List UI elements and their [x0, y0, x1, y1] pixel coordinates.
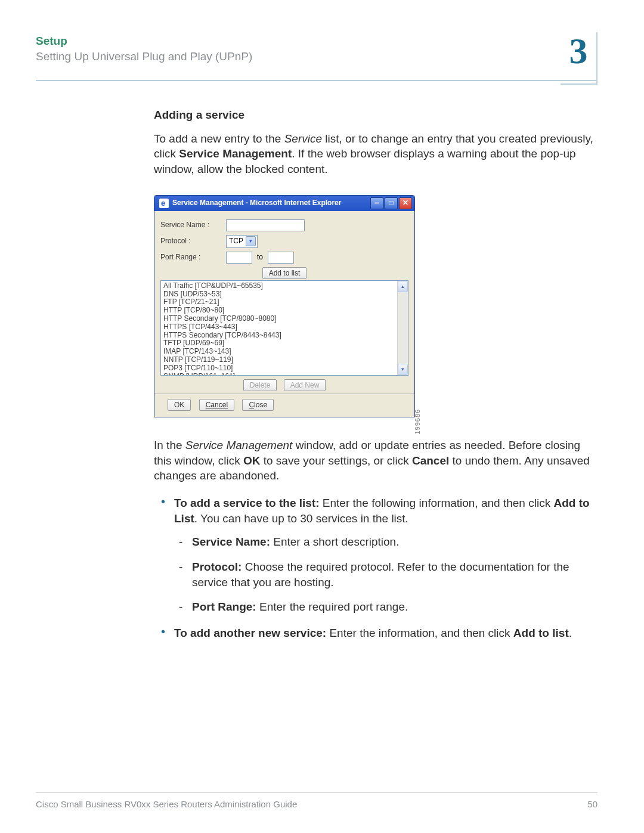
label-port-range: Port Range : — [160, 252, 226, 262]
dialog-separator — [154, 394, 414, 394]
close-lower-button[interactable]: Close — [242, 399, 274, 411]
add-to-list-button[interactable]: Add to list — [262, 267, 307, 279]
section-title: Setup — [36, 35, 252, 48]
list-item[interactable]: POP3 [TCP/110~110] — [163, 364, 395, 373]
add-new-button[interactable]: Add New — [284, 379, 326, 391]
cancel-button[interactable]: Cancel — [199, 399, 234, 411]
scroll-down-icon[interactable]: ▾ — [398, 364, 408, 375]
list-item[interactable]: NNTP [TCP/119~119] — [163, 356, 395, 364]
scroll-track[interactable] — [398, 292, 408, 364]
header-rule — [36, 80, 597, 81]
subbullet-service-name: Service Name: Enter a short description. — [192, 534, 597, 550]
ok-button[interactable]: OK — [168, 399, 191, 411]
minimize-button[interactable]: ‒ — [370, 197, 383, 209]
footer-rule — [36, 792, 597, 793]
chapter-number-box: 3 — [561, 32, 597, 85]
list-item[interactable]: HTTP [TCP/80~80] — [163, 306, 395, 315]
scrollbar[interactable]: ▴ ▾ — [397, 281, 408, 375]
section-subtitle: Setting Up Universal Plug and Play (UPnP… — [36, 50, 252, 63]
list-item[interactable]: TFTP [UDP/69~69] — [163, 339, 395, 348]
ie-icon — [159, 199, 169, 208]
service-list-panel: All Traffic [TCP&UDP/1~65535] DNS [UDP/5… — [160, 280, 408, 376]
chevron-down-icon[interactable]: ▾ — [246, 236, 256, 246]
label-service-name: Service Name : — [160, 220, 226, 230]
bullet-add-service: To add a service to the list: Enter the … — [174, 496, 597, 615]
label-to: to — [257, 252, 263, 262]
dialog-titlebar[interactable]: Service Management - Microsoft Internet … — [154, 196, 414, 211]
list-item[interactable]: HTTP Secondary [TCP/8080~8080] — [163, 315, 395, 323]
heading-adding-service: Adding a service — [154, 107, 597, 123]
input-port-from[interactable] — [226, 252, 252, 264]
label-protocol: Protocol : — [160, 236, 226, 246]
select-protocol[interactable]: TCP ▾ — [226, 235, 258, 248]
subbullet-port-range: Port Range: Enter the required port rang… — [192, 599, 597, 615]
paragraph-2: In the Service Management window, add or… — [154, 438, 597, 484]
list-item[interactable]: IMAP [TCP/143~143] — [163, 348, 395, 356]
input-service-name[interactable] — [226, 219, 305, 231]
list-item[interactable]: FTP [TCP/21~21] — [163, 298, 395, 306]
list-item[interactable]: DNS [UDP/53~53] — [163, 290, 395, 299]
close-button[interactable]: ✕ — [399, 197, 412, 209]
dialog-service-management: Service Management - Microsoft Internet … — [154, 195, 415, 418]
chapter-number: 3 — [569, 32, 588, 69]
image-id: 199686 — [413, 409, 422, 435]
service-list[interactable]: All Traffic [TCP&UDP/1~65535] DNS [UDP/5… — [161, 281, 397, 375]
list-item[interactable]: All Traffic [TCP&UDP/1~65535] — [163, 282, 395, 290]
select-protocol-value: TCP — [229, 236, 243, 246]
scroll-up-icon[interactable]: ▴ — [398, 281, 408, 292]
maximize-button[interactable]: □ — [385, 197, 398, 209]
list-item[interactable]: SNMP [UDP/161~161] — [163, 373, 395, 375]
dialog-title: Service Management - Microsoft Internet … — [172, 198, 341, 208]
list-item[interactable]: HTTPS [TCP/443~443] — [163, 323, 395, 332]
footer-title: Cisco Small Business RV0xx Series Router… — [36, 799, 297, 809]
page-number: 50 — [587, 799, 597, 809]
list-item[interactable]: HTTPS Secondary [TCP/8443~8443] — [163, 332, 395, 340]
intro-paragraph: To add a new entry to the Service list, … — [154, 131, 597, 177]
delete-button[interactable]: Delete — [243, 379, 277, 391]
subbullet-protocol: Protocol: Choose the required protocol. … — [192, 559, 597, 590]
bullet-add-another: To add another new service: Enter the in… — [174, 625, 597, 641]
input-port-to[interactable] — [268, 252, 294, 264]
